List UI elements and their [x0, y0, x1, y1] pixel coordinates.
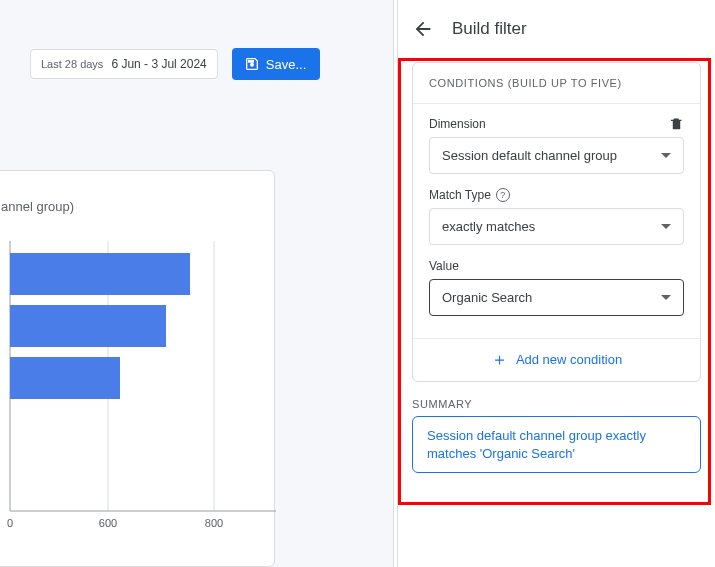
add-condition-row: ＋ Add new condition — [413, 338, 700, 381]
bar-0 — [10, 253, 190, 295]
match-type-value: exactly matches — [442, 219, 535, 234]
chevron-down-icon — [661, 295, 671, 300]
build-filter-panel: Build filter CONDITIONS (BUILD UP TO FIV… — [398, 0, 715, 567]
panel-header: Build filter — [398, 0, 715, 58]
chevron-down-icon — [661, 153, 671, 158]
add-condition-label: Add new condition — [516, 352, 622, 367]
save-icon — [244, 56, 260, 72]
conditions-card: CONDITIONS (BUILD UP TO FIVE) Dimension … — [412, 62, 701, 382]
summary-label: SUMMARY — [412, 398, 701, 410]
x-tick-2: 800 — [205, 517, 223, 529]
match-type-select[interactable]: exactly matches — [429, 208, 684, 245]
add-condition-button[interactable]: ＋ Add new condition — [491, 352, 622, 367]
conditions-header: CONDITIONS (BUILD UP TO FIVE) — [413, 63, 700, 104]
chevron-down-icon — [661, 224, 671, 229]
value-label: Value — [429, 259, 684, 273]
panel-title: Build filter — [452, 19, 527, 39]
report-canvas: Last 28 days 6 Jun - 3 Jul 2024 Save... … — [0, 0, 393, 567]
save-button[interactable]: Save... — [232, 48, 320, 80]
dimension-value: Session default channel group — [442, 148, 617, 163]
back-arrow-icon[interactable] — [412, 18, 434, 40]
bar-chart: 0 600 800 — [0, 241, 276, 551]
condition-row: Dimension Session default channel group … — [413, 104, 700, 338]
vertical-divider — [393, 0, 394, 567]
value-select[interactable]: Organic Search — [429, 279, 684, 316]
trash-icon[interactable] — [669, 116, 684, 131]
date-range-label: Last 28 days — [41, 58, 103, 70]
dimension-select[interactable]: Session default channel group — [429, 137, 684, 174]
bar-2 — [10, 357, 120, 399]
x-tick-0: 0 — [7, 517, 13, 529]
summary-chip[interactable]: Session default channel group exactly ma… — [412, 416, 701, 473]
match-type-label: Match Type ? — [429, 188, 684, 202]
value-value: Organic Search — [442, 290, 532, 305]
x-tick-1: 600 — [99, 517, 117, 529]
chart-card: annel group) 0 600 800 — [0, 170, 275, 567]
dimension-label: Dimension — [429, 117, 486, 131]
plus-icon: ＋ — [491, 353, 508, 366]
report-toolbar: Last 28 days 6 Jun - 3 Jul 2024 Save... — [30, 48, 320, 80]
help-icon[interactable]: ? — [496, 188, 510, 202]
chart-title-fragment: annel group) — [1, 199, 74, 214]
bar-1 — [10, 305, 166, 347]
date-range-value: 6 Jun - 3 Jul 2024 — [111, 57, 206, 71]
save-button-label: Save... — [266, 57, 306, 72]
date-range-picker[interactable]: Last 28 days 6 Jun - 3 Jul 2024 — [30, 49, 218, 79]
